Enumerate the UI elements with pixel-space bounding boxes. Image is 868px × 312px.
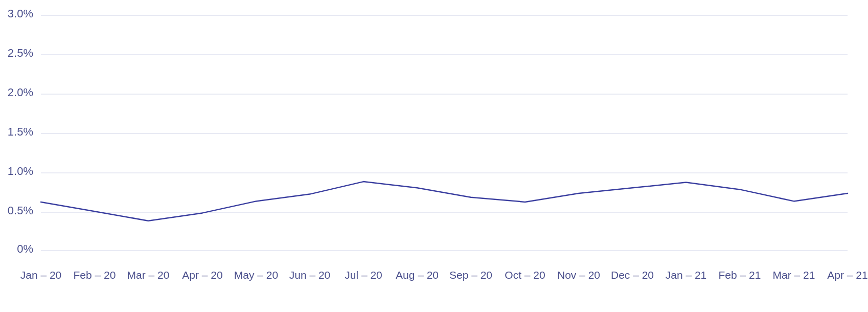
x-label-oct20: Oct – 20 (505, 269, 545, 281)
x-label-jan21: Jan – 21 (666, 269, 707, 281)
y-label-1: 1.0% (8, 165, 33, 177)
x-label-aug20: Aug – 20 (396, 269, 439, 281)
x-label-apr21: Apr – 21 (827, 269, 867, 281)
x-label-nov20: Nov – 20 (557, 269, 600, 281)
x-label-mar20: Mar – 20 (127, 269, 170, 281)
x-label-jun20: Jun – 20 (289, 269, 331, 281)
x-label-feb20: Feb – 20 (74, 269, 116, 281)
y-label-0: 0% (17, 242, 33, 255)
x-label-may20: May – 20 (234, 269, 278, 281)
x-label-jul20: Jul – 20 (345, 269, 382, 281)
x-label-apr20: Apr – 20 (182, 269, 222, 281)
line-chart: 3.0% 2.5% 2.0% 1.5% 1.0% 0.5% 0% Jan – 2… (0, 0, 868, 312)
x-label-dec20: Dec – 20 (611, 269, 654, 281)
data-line (41, 182, 848, 221)
y-label-2.5: 2.5% (8, 47, 33, 59)
y-label-0.5: 0.5% (8, 204, 33, 217)
chart-container: 3.0% 2.5% 2.0% 1.5% 1.0% 0.5% 0% Jan – 2… (0, 0, 868, 312)
x-label-sep20: Sep – 20 (449, 269, 492, 281)
x-label-feb21: Feb – 21 (719, 269, 761, 281)
y-label-1.5: 1.5% (8, 125, 33, 138)
x-label-jan20: Jan – 20 (20, 269, 62, 281)
y-label-2: 2.0% (8, 86, 33, 99)
x-label-mar21: Mar – 21 (773, 269, 815, 281)
y-label-3: 3.0% (8, 7, 33, 20)
